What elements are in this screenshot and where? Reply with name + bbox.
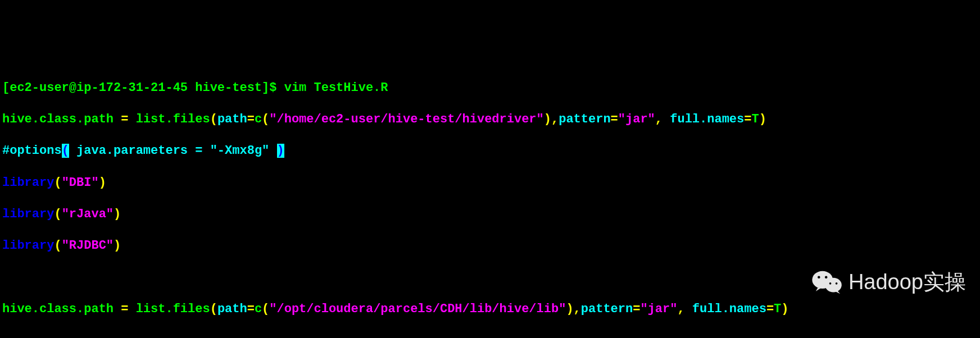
prompt-user-host: [ec2-user@ip-172-31-21-45 hive-test]$ bbox=[2, 81, 284, 95]
prompt-line: [ec2-user@ip-172-31-21-45 hive-test]$ vi… bbox=[2, 80, 978, 96]
code-line-6: hive.class.path = list.files(path=c("/op… bbox=[2, 302, 978, 317]
prompt-command: vim TestHive.R bbox=[284, 81, 388, 95]
code-line-5: library("RJDBC") bbox=[2, 238, 978, 254]
svg-point-4 bbox=[829, 282, 832, 285]
code-line-3: library("DBI") bbox=[2, 175, 978, 191]
wechat-icon bbox=[811, 270, 843, 295]
terminal-output: [ec2-user@ip-172-31-21-45 hive-test]$ vi… bbox=[2, 65, 978, 338]
code-line-2: #options( java.parameters = "-Xmx8g" ) bbox=[2, 143, 978, 159]
watermark-text: Hadoop实操 bbox=[849, 268, 966, 296]
watermark: Hadoop实操 bbox=[811, 268, 966, 296]
svg-point-1 bbox=[825, 277, 841, 292]
code-line-4: library("rJava") bbox=[2, 207, 978, 222]
svg-point-2 bbox=[818, 276, 820, 278]
svg-point-5 bbox=[836, 282, 838, 285]
code-line-1: hive.class.path = list.files(path=c("/ho… bbox=[2, 112, 978, 127]
blank-line-2 bbox=[2, 333, 978, 338]
svg-point-3 bbox=[825, 276, 828, 278]
